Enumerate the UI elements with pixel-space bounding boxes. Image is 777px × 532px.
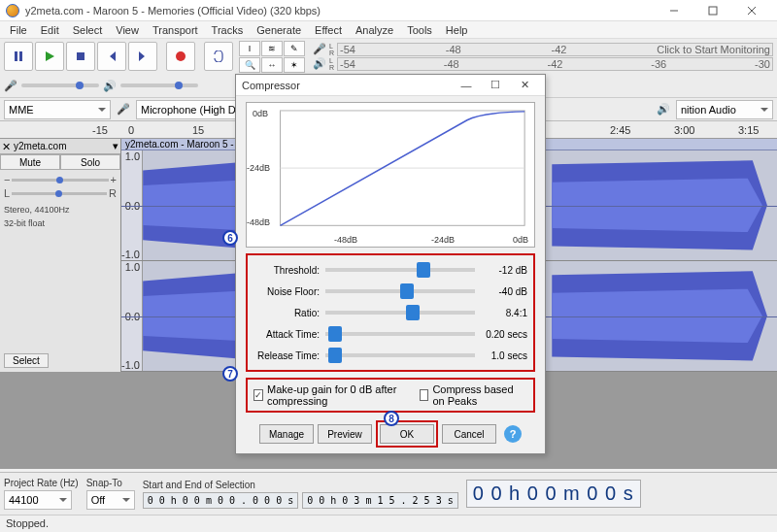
selection-label: Start and End of Selection <box>143 480 458 490</box>
menubar: File Edit Select View Transport Tracks G… <box>0 21 777 39</box>
checks-group: ✓ Make-up gain for 0 dB after compressin… <box>246 378 535 413</box>
peaks-label: Compress based on Peaks <box>432 383 527 407</box>
draw-tool[interactable]: ✎ <box>284 41 305 56</box>
menu-generate[interactable]: Generate <box>251 23 307 37</box>
track-format: Stereo, 44100Hz <box>0 203 120 216</box>
noise-floor-slider[interactable] <box>325 289 475 293</box>
help-button[interactable]: ? <box>504 425 522 443</box>
svg-rect-0 <box>709 7 717 15</box>
selection-toolbar: Project Rate (Hz) 44100 Snap-To Off Star… <box>0 472 777 515</box>
menu-effect[interactable]: Effect <box>309 23 348 37</box>
speaker-icon: 🔊 <box>103 80 117 92</box>
timeshift-tool[interactable]: ↔ <box>261 57 283 73</box>
loop-button[interactable] <box>204 42 233 71</box>
makeup-gain-label: Make-up gain for 0 dB after compressing <box>267 383 410 407</box>
release-label: Release Time: <box>253 350 320 361</box>
noise-floor-label: Noise Floor: <box>253 286 320 297</box>
multi-tool[interactable]: ✶ <box>284 57 305 73</box>
callout-8: 8 <box>384 411 399 426</box>
record-volume-slider[interactable] <box>21 83 99 87</box>
ratio-slider[interactable] <box>325 311 475 315</box>
menu-tools[interactable]: Tools <box>401 23 438 37</box>
dialog-title: Compressor <box>242 80 452 91</box>
svg-point-4 <box>176 51 186 61</box>
track-control-panel: ✕ y2meta.com ▾ Mute Solo −+ LR Stereo, 4… <box>0 139 121 372</box>
mic-icon: 🎤 <box>313 43 326 55</box>
edit-tools: I ≋ ✎ 🔍 ↔ ✶ <box>239 41 305 73</box>
minimize-button[interactable] <box>655 0 693 21</box>
menu-edit[interactable]: Edit <box>35 23 65 37</box>
stop-button[interactable] <box>66 42 95 71</box>
window-title: y2meta.com - Maroon 5 - Memories (Offici… <box>25 5 655 17</box>
snap-label: Snap-To <box>86 478 135 488</box>
menu-analyze[interactable]: Analyze <box>350 23 399 37</box>
peaks-checkbox[interactable] <box>420 389 428 401</box>
track-depth: 32-bit float <box>0 216 120 230</box>
release-slider[interactable] <box>325 353 475 357</box>
svg-rect-1 <box>15 51 17 61</box>
record-meter[interactable]: -54-48-42Click to Start Monitoring <box>337 43 773 56</box>
dialog-titlebar[interactable]: Compressor — ☐ ✕ <box>236 75 545 96</box>
track-menu-button[interactable]: ▾ <box>113 140 118 152</box>
snap-dropdown[interactable]: Off <box>86 490 135 510</box>
solo-button[interactable]: Solo <box>60 154 120 170</box>
cancel-button[interactable]: Cancel <box>442 424 496 444</box>
selection-start[interactable]: 0 0 h 0 0 m 0 0 . 0 0 0 s <box>143 492 299 509</box>
maximize-button[interactable] <box>693 0 732 21</box>
svg-rect-3 <box>77 52 84 60</box>
dialog-close-button[interactable]: ✕ <box>510 76 539 95</box>
project-rate-dropdown[interactable]: 44100 <box>4 490 72 510</box>
preview-button[interactable]: Preview <box>318 424 372 444</box>
status-text: Stopped. <box>6 517 49 529</box>
mute-button[interactable]: Mute <box>0 154 60 170</box>
svg-rect-2 <box>19 51 22 61</box>
audio-position[interactable]: 0 0 h 0 0 m 0 0 s <box>466 480 641 508</box>
play-button[interactable] <box>35 42 64 71</box>
ok-button[interactable]: OK <box>380 424 434 444</box>
menu-tracks[interactable]: Tracks <box>206 23 250 37</box>
output-device-dropdown[interactable]: nition Audio <box>676 100 773 119</box>
envelope-tool[interactable]: ≋ <box>261 41 283 56</box>
pan-slider[interactable] <box>12 192 107 195</box>
host-dropdown[interactable]: MME <box>4 100 111 119</box>
callout-7: 7 <box>222 366 238 382</box>
compressor-dialog: Compressor — ☐ ✕ 0dB -24dB -48dB -48dB -… <box>235 74 546 454</box>
attack-value: 0.20 secs <box>481 329 527 340</box>
dialog-minimize-button[interactable]: — <box>452 76 481 95</box>
attack-label: Attack Time: <box>253 329 320 340</box>
track-select-button[interactable]: Select <box>4 353 49 368</box>
menu-transport[interactable]: Transport <box>147 23 204 37</box>
ratio-label: Ratio: <box>253 308 320 318</box>
menu-help[interactable]: Help <box>440 23 474 37</box>
threshold-label: Threshold: <box>253 265 320 276</box>
dialog-maximize-button[interactable]: ☐ <box>481 76 510 95</box>
play-meter[interactable]: -54-48-42-36-30 <box>337 57 773 71</box>
makeup-gain-checkbox[interactable]: ✓ <box>253 389 263 401</box>
mic-icon: 🎤 <box>117 103 130 116</box>
skip-end-button[interactable] <box>128 42 157 71</box>
ratio-value: 8.4:1 <box>481 308 527 318</box>
pause-button[interactable] <box>4 42 33 71</box>
params-group: Threshold: -12 dB Noise Floor: -40 dB Ra… <box>246 253 535 372</box>
close-button[interactable] <box>732 0 771 21</box>
attack-slider[interactable] <box>325 332 475 336</box>
skip-start-button[interactable] <box>97 42 126 71</box>
callout-6: 6 <box>222 230 238 246</box>
play-volume-slider[interactable] <box>120 83 198 87</box>
gain-slider[interactable] <box>12 179 108 182</box>
threshold-slider[interactable] <box>325 268 475 272</box>
selection-end[interactable]: 0 0 h 0 3 m 1 5 . 2 5 3 s <box>302 492 458 509</box>
threshold-value: -12 dB <box>481 265 527 276</box>
selection-tool[interactable]: I <box>239 41 260 56</box>
titlebar: y2meta.com - Maroon 5 - Memories (Offici… <box>0 0 777 21</box>
menu-view[interactable]: View <box>110 23 145 37</box>
track-name[interactable]: y2meta.com <box>14 141 113 151</box>
meters: 🎤 LR -54-48-42Click to Start Monitoring … <box>313 43 773 71</box>
track-close-button[interactable]: ✕ <box>2 141 14 152</box>
manage-button[interactable]: Manage <box>259 424 314 444</box>
release-value: 1.0 secs <box>481 350 527 361</box>
record-button[interactable] <box>166 42 195 71</box>
menu-select[interactable]: Select <box>67 23 109 37</box>
zoom-tool[interactable]: 🔍 <box>239 57 260 73</box>
menu-file[interactable]: File <box>4 23 33 37</box>
